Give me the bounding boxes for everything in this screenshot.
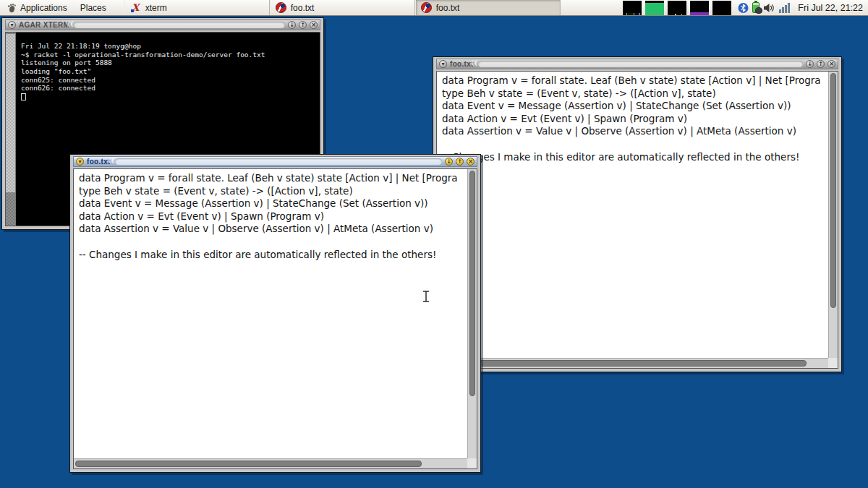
close-button[interactable]: × (467, 158, 475, 166)
minimize-button[interactable]: ↓ (288, 21, 296, 29)
horizontal-scrollbar-thumb[interactable] (438, 360, 807, 367)
terminal-scrollbar-thumb[interactable] (6, 34, 15, 192)
racket-icon (421, 2, 432, 13)
monitor-network[interactable] (668, 1, 686, 15)
editor-line: data Assertion v = Value v | Observe (As… (442, 125, 827, 138)
editor-line: data Event v = Message (Assertion v) | S… (442, 100, 827, 113)
places-menu-label: Places (80, 3, 106, 13)
editor-titlebar[interactable]: ▾ foo.txt ↓ ↑ × (73, 156, 477, 167)
maximize-button[interactable]: ↑ (299, 21, 307, 29)
terminal-line: listening on port 5888 (21, 59, 319, 67)
maximize-button[interactable]: ↑ (456, 158, 464, 166)
terminal-line: loading "foo.txt" (21, 67, 319, 76)
text-editor-area[interactable]: data Program v = forall state. Leaf (Beh… (437, 72, 828, 358)
titlebar-drag-area[interactable] (478, 61, 803, 67)
gnome-foot-icon (7, 3, 17, 13)
task-label: xterm (145, 3, 167, 13)
panel-right-applets: Fri Jul 22, 21:22 (623, 0, 868, 15)
clock-applet[interactable]: Fri Jul 22, 21:22 (798, 3, 863, 13)
editor-line: data Program v = forall state. Leaf (Beh… (79, 172, 467, 185)
editor-line: data Assertion v = Value v | Observe (As… (79, 223, 467, 236)
task-button-xterm[interactable]: X xterm (124, 0, 270, 15)
volume-icon[interactable] (763, 2, 775, 14)
task-button-footxt-1[interactable]: foo.txt (270, 0, 415, 15)
editor-line (79, 236, 467, 249)
applications-menu[interactable]: Applications (0, 0, 74, 15)
editor-line: -- Changes I make in this editor are aut… (442, 151, 827, 164)
terminal-scrollbar[interactable] (6, 33, 16, 226)
horizontal-scrollbar[interactable] (74, 458, 467, 468)
horizontal-scrollbar[interactable] (437, 358, 828, 368)
terminal-line: conn626: connected (21, 84, 319, 93)
terminal-cursor (21, 93, 26, 100)
minimize-button[interactable]: ↓ (445, 158, 453, 166)
applications-menu-label: Applications (20, 3, 67, 13)
minimize-button[interactable]: ↓ (806, 60, 814, 68)
signal-strength-icon[interactable] (779, 2, 790, 13)
window-list: X xterm foo.txt foo.txt (124, 0, 561, 15)
xterm-icon: X (130, 2, 141, 13)
racket-icon (276, 2, 286, 13)
scrollbar-corner (467, 458, 477, 468)
monitor-memory[interactable] (645, 1, 664, 15)
task-label: foo.txt (291, 3, 315, 13)
task-button-footxt-2[interactable]: foo.txt (415, 0, 561, 15)
editor-titlebar[interactable]: ▾ foo.txt ↓ ↑ × (436, 59, 838, 69)
close-button[interactable]: × (310, 21, 318, 29)
battery-icon[interactable] (752, 2, 760, 13)
editor-line: -- Changes I make in this editor are aut… (79, 249, 467, 262)
close-button[interactable]: × (827, 60, 835, 68)
monitor-cpu[interactable] (623, 1, 642, 15)
window-menu-button[interactable]: ▾ (8, 21, 16, 29)
bluetooth-icon[interactable] (738, 2, 749, 14)
places-menu[interactable]: Places (74, 0, 113, 15)
editor-line: data Action v = Evt (Event v) | Spawn (P… (442, 113, 827, 126)
editor-line: type Beh v state = (Event v, state) -> (… (442, 87, 827, 100)
monitor-load[interactable] (712, 1, 731, 15)
scrollbar-corner (828, 358, 838, 368)
top-panel: Applications Places X xterm foo.txt foo.… (0, 0, 868, 16)
horizontal-scrollbar-thumb[interactable] (75, 461, 422, 467)
vertical-scrollbar[interactable] (828, 72, 838, 358)
system-tray (738, 2, 790, 14)
titlebar-drag-area[interactable] (74, 22, 285, 28)
terminal-line: Fri Jul 22 21:18:19 tonyg@hop (21, 42, 319, 51)
editor-line (442, 138, 827, 151)
editor-content: data Program v = forall state. Leaf (Beh… (73, 168, 477, 469)
terminal-line: conn625: connected (21, 76, 319, 85)
xterm-titlebar[interactable]: ▾ AGAR XTERM ↓ ↑ × (5, 20, 320, 30)
editor-window-front: ▾ foo.txt ↓ ↑ × data Program v = forall … (69, 154, 481, 473)
window-menu-button[interactable]: ▾ (439, 60, 447, 68)
vertical-scrollbar-thumb[interactable] (830, 73, 836, 308)
task-label: foo.txt (436, 3, 460, 13)
terminal-line: ~$ racket -l operational-transformation-… (21, 51, 319, 59)
editor-line: data Action v = Evt (Event v) | Spawn (P… (79, 210, 467, 223)
window-menu-button[interactable]: ▾ (76, 158, 84, 166)
monitor-swap[interactable] (690, 1, 709, 15)
editor-content: data Program v = forall state. Leaf (Beh… (436, 71, 838, 369)
editor-line: data Program v = forall state. Leaf (Beh… (442, 74, 827, 87)
editor-line: type Beh v state = (Event v, state) -> (… (79, 185, 467, 198)
vertical-scrollbar[interactable] (467, 169, 477, 458)
editor-line: data Event v = Message (Assertion v) | S… (79, 197, 467, 210)
maximize-button[interactable]: ↑ (817, 60, 825, 68)
titlebar-drag-area[interactable] (115, 158, 442, 165)
window-title: AGAR XTERM (19, 21, 69, 29)
editor-window-back: ▾ foo.txt ↓ ↑ × data Program v = forall … (433, 56, 842, 372)
vertical-scrollbar-thumb[interactable] (469, 171, 475, 396)
text-editor-area[interactable]: data Program v = forall state. Leaf (Beh… (74, 169, 467, 458)
